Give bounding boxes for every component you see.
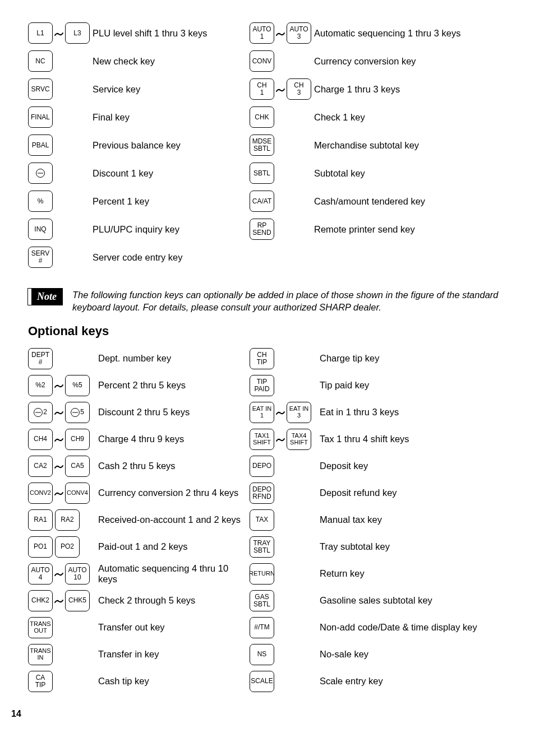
- keycap: RPSEND: [250, 219, 274, 240]
- keycap: SRVC: [28, 78, 53, 100]
- key-row: TAX1SHIFTTAX4SHIFTTax 1 thru 4 shift key…: [250, 426, 496, 453]
- keycap: DEPT#: [28, 348, 53, 369]
- key-slot: TRANSOUT: [28, 617, 98, 638]
- key-slot: EAT IN1EAT IN3: [250, 402, 320, 423]
- keycap: [28, 163, 53, 184]
- note-text: The following function keys can optional…: [72, 289, 507, 314]
- key-row: CH1CH3Charge 1 thru 3 keys: [250, 78, 496, 100]
- keycap: AUTO1: [250, 22, 274, 44]
- key-row: RPSENDRemote printer send key: [250, 219, 496, 240]
- key-slot: INQ: [28, 219, 93, 240]
- key-row: TRANSOUTTransfer out key: [28, 614, 250, 641]
- keycap: NC: [28, 50, 53, 72]
- range-tilde-icon: [54, 460, 63, 472]
- keycap: CH1: [250, 78, 274, 100]
- range-tilde-icon: [54, 27, 63, 40]
- key-row: SBTLSubtotal key: [250, 163, 496, 184]
- key-description: Charge 1 thru 3 keys: [314, 84, 400, 95]
- range-tilde-icon: [54, 433, 63, 446]
- key-row: MDSESBTLMerchandise subtotal key: [250, 134, 496, 156]
- keycap: TIPPAID: [250, 375, 274, 396]
- key-row: SERV#Server code entry key: [28, 247, 250, 268]
- key-description: Charge 4 thru 9 keys: [98, 434, 244, 444]
- note-label-box: Note: [28, 289, 62, 305]
- key-description: PLU/UPC inquiry key: [93, 224, 179, 235]
- key-slot: AUTO1AUTO3: [250, 22, 314, 44]
- keycap: 5: [65, 402, 90, 423]
- page-number: 14: [11, 709, 507, 719]
- keycap: PBAL: [28, 134, 53, 156]
- key-description: Tip paid key: [320, 380, 488, 391]
- key-row: %2%5Percent 2 thru 5 keys: [28, 372, 250, 399]
- key-slot: SCALE: [250, 671, 320, 692]
- optional-keys-heading: Optional keys: [28, 324, 507, 338]
- keycap: CA/AT: [250, 191, 274, 212]
- key-description: Dept. number key: [98, 353, 244, 364]
- key-row: TAXManual tax key: [250, 507, 496, 534]
- key-row: TRANSINTransfer in key: [28, 641, 250, 668]
- key-slot: SRVC: [28, 78, 93, 100]
- key-slot: RA1RA2: [28, 509, 98, 531]
- key-description: Merchandise subtotal key: [314, 140, 419, 151]
- key-slot: L1L3: [28, 22, 93, 44]
- range-tilde-icon: [276, 433, 285, 446]
- key-description: Currency conversion 2 thru 4 keys: [98, 488, 244, 498]
- keycap: CA5: [65, 456, 90, 477]
- key-description: Deposit key: [320, 461, 488, 471]
- key-description: Tax 1 thru 4 shift keys: [320, 434, 488, 444]
- keycap: L3: [65, 22, 90, 44]
- key-slot: %2%5: [28, 375, 98, 396]
- range-tilde-icon: [54, 567, 63, 580]
- key-row: EAT IN1EAT IN3Eat in 1 thru 3 keys: [250, 399, 496, 426]
- key-description: Subtotal key: [314, 168, 365, 179]
- key-row: SCALEScale entry key: [250, 668, 496, 695]
- keycap: RA1: [28, 509, 53, 531]
- standard-right-column: AUTO1AUTO3Automatic sequencing 1 thru 3 …: [250, 22, 496, 275]
- key-description: Service key: [93, 84, 140, 95]
- key-description: Cash/amount tendered key: [314, 196, 425, 207]
- keycap: MDSESBTL: [250, 134, 274, 156]
- key-description: Manual tax key: [320, 514, 488, 525]
- key-description: Automatic sequencing 4 thru 10 keys: [98, 563, 244, 585]
- key-row: NSNo-sale key: [250, 641, 496, 668]
- key-row: CH4CH9Charge 4 thru 9 keys: [28, 426, 250, 453]
- key-description: Scale entry key: [320, 676, 488, 687]
- keycap: GASSBTL: [250, 590, 274, 611]
- key-row: CHTIPCharge tip key: [250, 345, 496, 372]
- key-slot: DEPORFND: [250, 483, 320, 504]
- key-slot: TRANSIN: [28, 644, 98, 665]
- keycap: DEPO: [250, 456, 274, 477]
- key-row: CONVCurrency conversion key: [250, 50, 496, 72]
- discount-icon: [36, 169, 45, 178]
- key-slot: SERV#: [28, 247, 93, 268]
- key-description: Check 1 key: [314, 112, 365, 123]
- key-row: AUTO1AUTO3Automatic sequencing 1 thru 3 …: [250, 22, 496, 44]
- key-row: TRAYSBTLTray subtotal key: [250, 534, 496, 560]
- keycap: AUTO3: [287, 22, 311, 44]
- keycap: SERV#: [28, 247, 53, 268]
- key-row: CONV2CONV4Currency conversion 2 thru 4 k…: [28, 480, 250, 507]
- note-callout: Note The following function keys can opt…: [28, 289, 507, 314]
- key-description: Percent 1 key: [93, 196, 149, 207]
- key-slot: AUTO4AUTO10: [28, 563, 98, 585]
- key-description: Server code entry key: [93, 252, 183, 263]
- key-slot: %: [28, 191, 93, 212]
- key-slot: CHTIP: [250, 348, 320, 369]
- key-row: PO1PO2Paid-out 1 and 2 keys: [28, 534, 250, 560]
- key-slot: PBAL: [28, 134, 93, 156]
- key-description: Tray subtotal key: [320, 541, 488, 552]
- optional-right-column: CHTIPCharge tip keyTIPPAIDTip paid keyEA…: [250, 345, 496, 695]
- key-row: NCNew check key: [28, 50, 250, 72]
- key-slot: CH4CH9: [28, 429, 98, 450]
- keycap: TRANSOUT: [28, 617, 53, 638]
- key-row: CATIPCash tip key: [28, 668, 250, 695]
- key-description: Transfer in key: [98, 649, 244, 660]
- key-description: Gasoline sales subtotal key: [320, 595, 488, 606]
- keycap: CHK: [250, 106, 274, 128]
- keycap: CHK2: [28, 590, 53, 611]
- key-row: CA/ATCash/amount tendered key: [250, 191, 496, 212]
- keycap: CONV: [250, 50, 274, 72]
- standard-left-column: L1L3PLU level shift 1 thru 3 keysNCNew c…: [28, 22, 250, 275]
- key-slot: CHK2CHK5: [28, 590, 98, 611]
- key-slot: CHK: [250, 106, 314, 128]
